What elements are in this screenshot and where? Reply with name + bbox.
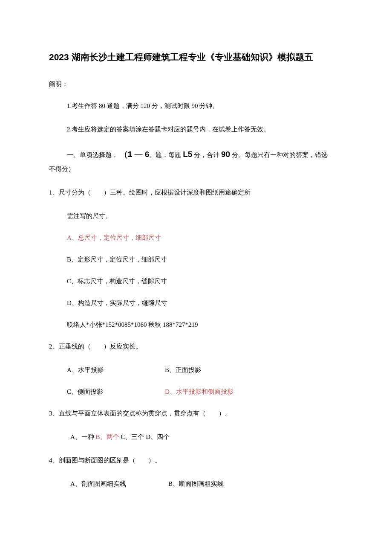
section-bold-2: L5	[183, 150, 192, 159]
question-3-option-d: D、四个	[146, 433, 170, 440]
section-prefix: 一、单项选择题，	[67, 151, 120, 158]
question-2-row-2: C、侧面投影 D、水平投影和侧面投影	[49, 386, 343, 398]
question-2-option-c: C、侧面投影	[67, 386, 165, 398]
question-3: 3、直线与平面立体表面的交点称为贯穿点，贯穿点有（ ）。	[49, 408, 343, 419]
instruction-2: 2.考生应将选定的答案填涂在答题卡对应的题号内，在试卷上作答无效。	[49, 124, 343, 135]
section-mid-1: 。题，每题	[149, 151, 183, 158]
question-1-option-b: B、定形尺寸，定位尺寸，细部尺寸	[49, 254, 343, 265]
instruction-1: 1.考生作答 80 道题，满分 120 分，测试时限 90 分钟。	[49, 100, 343, 112]
question-2-row-1: A、水平投影 B、正面投影	[49, 364, 343, 376]
question-3-option-c: C、三个	[121, 433, 146, 440]
section-suffix: 分。每题只有一种对的答案，错选	[230, 151, 328, 158]
section-heading: 一、单项选择题， （1 — 6。题，每题 L5 分，合计 90 分。每题只有一种…	[49, 147, 343, 162]
document-title: 2023 湖南长沙土建工程师建筑工程专业《专业基础知识》模拟题五	[49, 51, 343, 63]
section-mid-2: 分，合计	[192, 151, 221, 158]
question-4-row-1: A、剖面图画细实线 B、断面图画粗实线	[49, 478, 343, 490]
intro-label: 阐明：	[49, 80, 343, 88]
question-1-option-a: A、总尺寸，定位尺寸，细部尺寸	[49, 232, 343, 244]
question-2-option-b: B、正面投影	[165, 364, 201, 376]
section-bold-3: 90	[221, 150, 230, 159]
question-3-option-a: A、一种	[70, 433, 96, 440]
question-4: 4、剖面图与断面图的区别是（ ）。	[49, 455, 343, 466]
question-2-option-a: A、水平投影	[67, 364, 165, 376]
contact-info: 联络人*小张*152*0085*1060 秋秋 188*727*219	[49, 319, 343, 331]
question-4-option-b: B、断面图画粗实线	[168, 478, 224, 490]
question-1: 1、尺寸分为（ ）三种。绘图时，应根据设计深度和图纸用途确定所	[49, 187, 343, 198]
section-bold-1: （1 — 6	[120, 150, 150, 159]
question-2: 2、正垂线的（ ）反应实长。	[49, 341, 343, 352]
question-1-option-d: D、构造尺寸，实际尺寸，缝隙尺寸	[49, 297, 343, 309]
question-1-sub: 需注写的尺寸。	[49, 210, 343, 222]
question-4-option-a: A、剖面图画细实线	[70, 478, 168, 490]
question-2-option-d: D、水平投影和侧面投影	[165, 386, 233, 398]
question-3-options: A、一种 B、两个 C、三个 D、四个	[49, 431, 343, 443]
no-score-text: 不得分）	[49, 165, 343, 173]
question-1-option-c: C、标志尺寸，构造尺寸，缝隙尺寸	[49, 276, 343, 287]
question-3-option-b: B、两个	[96, 433, 121, 440]
